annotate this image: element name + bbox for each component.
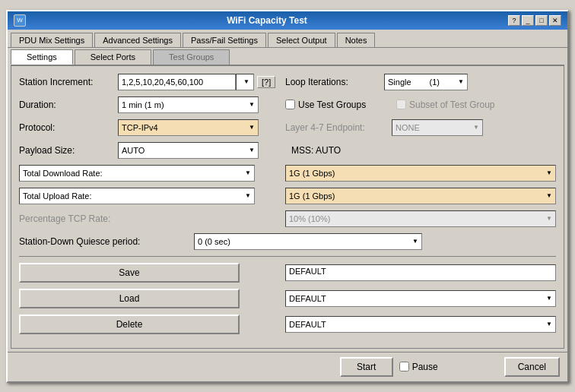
row-duration: Duration: 1 min (1 m) ▼ Use Test Groups …: [19, 96, 556, 113]
minimize-btn[interactable]: _: [522, 15, 534, 26]
layer-dropdown[interactable]: NONE ▼: [392, 119, 483, 136]
tab-test-groups[interactable]: Test Groups: [153, 49, 230, 65]
load-value: DEFAULT: [289, 294, 326, 303]
duration-section: Duration: 1 min (1 m) ▼: [19, 96, 285, 113]
station-increment-input-group: 1,2,5,10,20,45,60,100 ▼ [?]: [118, 74, 275, 90]
layer-section: Layer 4-7 Endpoint: NONE ▼: [285, 119, 556, 136]
pct-tcp-label: Percentage TCP Rate:: [19, 213, 255, 224]
protocol-label: Protocol:: [19, 122, 118, 133]
delete-text-section: DEFAULT ▼: [285, 316, 556, 333]
loop-dropdown-arrow-icon: ▼: [458, 78, 464, 85]
row-station-down: Station-Down Quiesce period: 0 (0 sec) ▼: [19, 233, 556, 250]
download-value-dropdown-arrow-icon: ▼: [546, 169, 552, 176]
duration-value: 1 min (1 m): [122, 100, 164, 109]
row-download: Total Download Rate: ▼ 1G (1 Gbps) ▼: [19, 165, 556, 182]
loop-iterations-label: Loop Iterations:: [285, 77, 384, 87]
help-window-btn[interactable]: ?: [508, 15, 520, 26]
save-text-input[interactable]: DEFAULT: [285, 264, 556, 281]
upload-rate-dropdown[interactable]: Total Upload Rate: ▼: [19, 188, 255, 204]
maximize-btn[interactable]: □: [535, 15, 548, 26]
save-button[interactable]: Save: [19, 263, 240, 283]
subset-test-group-checkbox[interactable]: [396, 100, 406, 109]
tab-select-output[interactable]: Select Output: [268, 33, 335, 47]
load-btn-section: Load: [19, 289, 285, 308]
load-button[interactable]: Load: [19, 289, 240, 308]
pct-tcp-dropdown[interactable]: 10% (10%) ▼: [285, 210, 556, 227]
window-icon: W: [14, 14, 26, 27]
tab-advanced-settings[interactable]: Advanced Settings: [94, 33, 181, 47]
station-down-dropdown[interactable]: 0 (0 sec) ▼: [194, 233, 422, 250]
tab-settings[interactable]: Settings: [11, 49, 73, 65]
row-save: Save DEFAULT: [19, 263, 556, 283]
station-increment-value[interactable]: 1,2,5,10,20,45,60,100: [118, 74, 236, 90]
duration-dropdown[interactable]: 1 min (1 m) ▼: [118, 96, 259, 113]
upload-rate-value-dropdown[interactable]: 1G (1 Gbps) ▼: [285, 188, 556, 204]
pct-tcp-value: 10% (10%): [289, 214, 330, 223]
save-text-section: DEFAULT: [285, 264, 556, 281]
duration-label: Duration:: [19, 100, 118, 110]
mss-section: MSS: AUTO: [285, 145, 556, 156]
window-controls: ? _ □ ✕: [508, 15, 561, 26]
start-button[interactable]: Start: [340, 357, 393, 377]
download-rate-value-dropdown[interactable]: 1G (1 Gbps) ▼: [285, 165, 556, 182]
payload-label: Payload Size:: [19, 145, 118, 156]
download-rate-value-section: 1G (1 Gbps) ▼: [285, 165, 556, 182]
use-test-groups-label: Use Test Groups: [285, 100, 384, 110]
payload-dropdown[interactable]: AUTO ▼: [118, 142, 259, 159]
tab-select-ports[interactable]: Select Ports: [75, 49, 151, 65]
divider: [19, 256, 556, 257]
payload-value: AUTO: [122, 146, 145, 155]
download-rate-dropdown[interactable]: Total Download Rate: ▼: [19, 165, 255, 182]
protocol-dropdown[interactable]: TCP-IPv4 ▼: [118, 119, 259, 136]
load-dropdown[interactable]: DEFAULT ▼: [285, 290, 556, 307]
dropdown-arrow-icon: ▼: [243, 78, 249, 85]
pct-tcp-dropdown-arrow-icon: ▼: [546, 215, 552, 222]
download-rate-dropdown-arrow-icon: ▼: [245, 169, 251, 176]
content-area: Station Increment: 1,2,5,10,20,45,60,100…: [11, 65, 564, 349]
subset-test-group-label: Subset of Test Group: [396, 100, 495, 110]
delete-button[interactable]: Delete: [19, 315, 240, 334]
tab-notes[interactable]: Notes: [337, 33, 376, 47]
row-load: Load DEFAULT ▼: [19, 289, 556, 308]
station-increment-label: Station Increment:: [19, 77, 118, 87]
layer-dropdown-arrow-icon: ▼: [473, 124, 479, 131]
delete-dropdown-arrow-icon: ▼: [546, 321, 552, 327]
upload-rate-section: Total Upload Rate: ▼: [19, 188, 285, 204]
close-btn[interactable]: ✕: [549, 15, 561, 26]
payload-section: Payload Size: AUTO ▼: [19, 142, 285, 159]
row-pct-tcp: Percentage TCP Rate: 10% (10%) ▼: [19, 210, 556, 227]
loop-iterations-section: Loop Iterations: Single (1) ▼: [285, 74, 556, 90]
row-upload: Total Upload Rate: ▼ 1G (1 Gbps) ▼: [19, 188, 556, 204]
row-protocol: Protocol: TCP-IPv4 ▼ Layer 4-7 Endpoint:…: [19, 119, 556, 136]
loop-iterations-value: Single: [388, 77, 411, 87]
download-rate-value: 1G (1 Gbps): [289, 169, 335, 178]
main-window: W WiFi Capacity Test ? _ □ ✕ PDU Mix Set…: [6, 10, 569, 383]
tab-pass-fail[interactable]: Pass/Fail Settings: [183, 33, 266, 47]
cancel-button[interactable]: Cancel: [504, 357, 560, 377]
pct-tcp-section: Percentage TCP Rate:: [19, 213, 285, 224]
title-bar: W WiFi Capacity Test ? _ □ ✕: [8, 11, 567, 30]
download-rate-label: Total Download Rate:: [23, 169, 103, 178]
pause-checkbox[interactable]: [399, 362, 409, 371]
window-title: WiFi Capacity Test: [26, 15, 508, 26]
payload-dropdown-arrow-icon: ▼: [249, 147, 255, 153]
delete-dropdown[interactable]: DEFAULT ▼: [285, 316, 556, 333]
delete-value: DEFAULT: [289, 320, 326, 329]
station-increment-dropdown[interactable]: ▼: [236, 74, 254, 90]
station-down-value: 0 (0 sec): [198, 237, 230, 246]
use-test-groups-checkbox[interactable]: [285, 100, 295, 109]
save-btn-section: Save: [19, 263, 285, 283]
duration-dropdown-arrow-icon: ▼: [249, 101, 255, 108]
load-dropdown-arrow-icon: ▼: [546, 295, 552, 302]
upload-rate-value-section: 1G (1 Gbps) ▼: [285, 188, 556, 204]
loop-iterations-dropdown[interactable]: Single (1) ▼: [384, 74, 468, 90]
tab-pdu-mix[interactable]: PDU Mix Settings: [11, 33, 93, 47]
station-increment-section: Station Increment: 1,2,5,10,20,45,60,100…: [19, 74, 285, 90]
station-down-group: Station-Down Quiesce period: 0 (0 sec) ▼: [19, 233, 556, 250]
upload-rate-dropdown-arrow-icon: ▼: [245, 192, 251, 199]
upload-rate-label: Total Upload Rate:: [23, 191, 92, 201]
pause-checkbox-label: Pause: [399, 362, 498, 372]
protocol-dropdown-arrow-icon: ▼: [249, 124, 255, 131]
load-text-section: DEFAULT ▼: [285, 290, 556, 307]
help-button[interactable]: [?]: [257, 76, 275, 88]
